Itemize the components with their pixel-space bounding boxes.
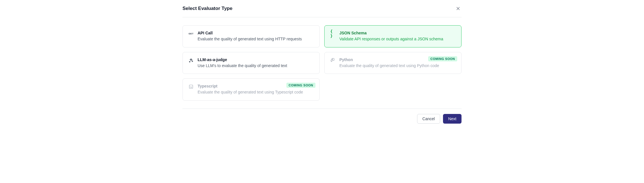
modal-title: Select Evaluator Type (182, 6, 232, 11)
option-description: Evaluate the quality of generated text u… (198, 90, 314, 95)
typescript-icon: TS (188, 84, 194, 89)
option-title: API Call (198, 31, 314, 35)
option-title: JSON Schema (339, 31, 456, 35)
option-json-schema[interactable]: { } JSON Schema Validate API responses o… (324, 25, 462, 47)
close-icon (456, 6, 461, 11)
modal-footer: Cancel Next (182, 109, 462, 129)
http-get-icon: GET (188, 31, 194, 36)
option-description: Evaluate the quality of generated text u… (339, 63, 456, 69)
option-python: Python Evaluate the quality of generated… (324, 52, 462, 74)
evaluator-type-modal: Select Evaluator Type GET API Call Evalu… (182, 0, 462, 129)
modal-header: Select Evaluator Type (182, 0, 462, 17)
option-title: LLM-as-a-judge (198, 57, 314, 62)
option-description: Validate API responses or outputs agains… (339, 36, 456, 42)
option-description: Use LLM's to evaluate the quality of gen… (198, 63, 314, 69)
sparkles-icon (188, 58, 194, 63)
coming-soon-badge: COMING SOON (286, 83, 315, 88)
svg-text:TS: TS (190, 87, 192, 88)
next-button[interactable]: Next (443, 114, 462, 124)
option-typescript: TS Typescript Evaluate the quality of ge… (182, 78, 320, 101)
coming-soon-badge: COMING SOON (428, 56, 457, 61)
svg-point-2 (332, 59, 332, 59)
modal-body: GET API Call Evaluate the quality of gen… (182, 17, 462, 109)
python-icon (330, 58, 335, 63)
option-llm-judge[interactable]: LLM-as-a-judge Use LLM's to evaluate the… (182, 52, 320, 74)
close-button[interactable] (455, 5, 462, 12)
cancel-button[interactable]: Cancel (417, 114, 440, 124)
option-description: Evaluate the quality of generated text u… (198, 36, 314, 42)
braces-icon: { } (330, 31, 335, 36)
option-api-call[interactable]: GET API Call Evaluate the quality of gen… (182, 25, 320, 47)
